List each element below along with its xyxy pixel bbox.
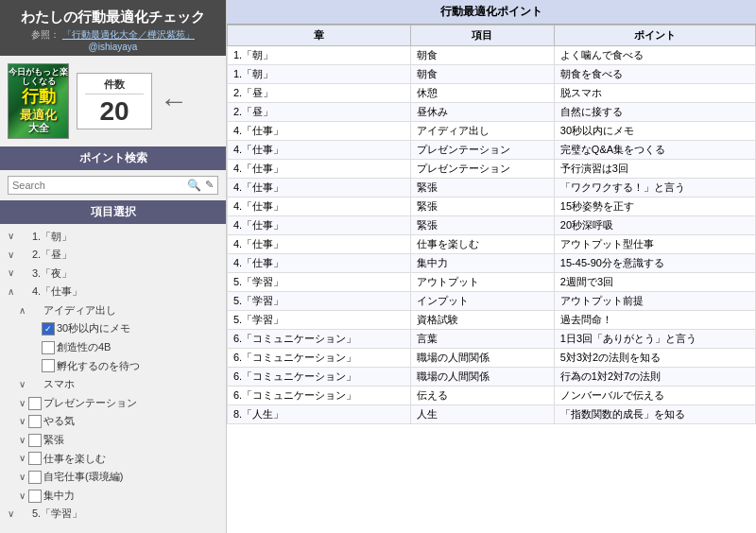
table-row[interactable]: 6.「コミュニケーション」職場の人間関係行為の1対2対7の法則 <box>228 368 756 387</box>
book-cover: 今日がもっと楽しくなる 行動 最適化 大全 <box>8 63 69 139</box>
table-row[interactable]: 4.「仕事」プレゼンテーション予行演習は3回 <box>228 160 756 179</box>
cell-chapter: 8.「人生」 <box>228 405 411 424</box>
tree-item-4f[interactable]: ∨ 仕事を楽しむ <box>0 450 226 469</box>
cell-chapter: 6.「コミュニケーション」 <box>228 330 411 349</box>
toggle-4h: ∨ <box>15 489 28 504</box>
tree-item-4c[interactable]: ∨ プレゼンテーション <box>0 394 226 413</box>
checkbox-4e[interactable] <box>28 434 42 447</box>
label-4d: やる気 <box>43 413 75 430</box>
table-header-bar: 行動最適化ポイント <box>227 0 756 25</box>
table-wrapper[interactable]: 章 項目 ポイント 1.「朝」朝食よく噛んで食べる1.「朝」朝食朝食を食べる2.… <box>227 25 756 533</box>
table-row[interactable]: 1.「朝」朝食よく噛んで食べる <box>228 46 756 65</box>
toggle-4a: ∧ <box>15 303 28 318</box>
table-row[interactable]: 4.「仕事」緊張20秒深呼吸 <box>228 216 756 235</box>
table-row[interactable]: 6.「コミュニケーション」職場の人間関係5対3対2の法則を知る <box>228 349 756 368</box>
table-row[interactable]: 5.「学習」アウトプット2週間で3回 <box>228 273 756 292</box>
label-4c: プレゼンテーション <box>43 395 137 412</box>
tree-item-4e[interactable]: ∨ 緊張 <box>0 431 226 450</box>
cell-point: 2週間で3回 <box>554 273 755 292</box>
cell-point: 完璧なQ&A集をつくる <box>554 141 755 160</box>
cell-chapter: 5.「学習」 <box>228 292 411 311</box>
cell-item: 職場の人間関係 <box>411 349 555 368</box>
cell-point: 朝食を食べる <box>554 65 755 84</box>
checkbox-4a2[interactable] <box>42 341 55 354</box>
search-box: 🔍 ✎ <box>8 176 218 195</box>
cell-item: アウトプット <box>411 273 555 292</box>
tree-item-5[interactable]: ∨ 5.「学習」 <box>0 505 226 524</box>
tree-item-4h[interactable]: ∨ 集中力 <box>0 487 226 506</box>
table-row[interactable]: 5.「学習」資格試験過去問命！ <box>228 311 756 330</box>
checkbox-4h[interactable] <box>28 490 42 503</box>
tree-item-4d[interactable]: ∨ やる気 <box>0 412 226 431</box>
back-arrow-icon[interactable]: ← <box>160 85 188 117</box>
book-overlay-text: 今日がもっと楽しくなる 行動 最適化 大全 <box>9 67 68 135</box>
table-row[interactable]: 4.「仕事」プレゼンテーション完璧なQ&A集をつくる <box>228 141 756 160</box>
right-panel: 行動最適化ポイント 章 項目 ポイント 1.「朝」朝食よく噛んで食べる1.「朝」… <box>227 0 756 533</box>
table-row[interactable]: 4.「仕事」緊張「ワクワクする！」と言う <box>228 179 756 198</box>
tree-item-3[interactable]: ∨ 3.「夜」 <box>0 265 226 284</box>
tree-item-4g[interactable]: ∨ 自宅仕事(環境編) <box>0 468 226 487</box>
table-row[interactable]: 1.「朝」朝食朝食を食べる <box>228 65 756 84</box>
cell-item: 言葉 <box>411 330 555 349</box>
toggle-2: ∨ <box>4 248 17 263</box>
count-area: 件数 20 <box>77 73 152 129</box>
col-item: 項目 <box>411 26 555 46</box>
tree-item-4a[interactable]: ∧ アイディア出し <box>0 301 226 320</box>
table-row[interactable]: 4.「仕事」アイディア出し30秒以内にメモ <box>228 122 756 141</box>
cell-item: 緊張 <box>411 216 555 235</box>
cell-chapter: 2.「昼」 <box>228 84 411 103</box>
col-point: ポイント <box>554 26 755 46</box>
cell-point: 自然に接する <box>554 103 755 122</box>
cell-item: 資格試験 <box>411 311 555 330</box>
cell-point: 1日3回「ありがとう」と言う <box>554 330 755 349</box>
cell-chapter: 5.「学習」 <box>228 273 411 292</box>
label-5: 5.「学習」 <box>32 506 82 523</box>
table-row[interactable]: 2.「昼」休憩脱スマホ <box>228 84 756 103</box>
tree-item-1[interactable]: ∨ 1.「朝」 <box>0 228 226 247</box>
tree-item-4b[interactable]: ∨ スマホ <box>0 375 226 394</box>
table-row[interactable]: 6.「コミュニケーション」伝えるノンバーバルで伝える <box>228 387 756 405</box>
twitter-handle: @ishiayaya <box>4 42 222 52</box>
toggle-4d: ∨ <box>15 414 28 429</box>
cell-point: 脱スマホ <box>554 84 755 103</box>
tree-item-4a2[interactable]: ▶ 創造性の4B <box>0 338 226 357</box>
tree-item-4a3[interactable]: ▶ 孵化するのを待つ <box>0 357 226 376</box>
edit-button[interactable]: ✎ <box>205 179 214 191</box>
tree-item-4a1[interactable]: ▶ 30秒以内にメモ <box>0 319 226 338</box>
table-row[interactable]: 5.「学習」インプットアウトプット前提 <box>228 292 756 311</box>
label-1: 1.「朝」 <box>32 229 72 246</box>
cell-item: 休憩 <box>411 84 555 103</box>
cell-item: 伝える <box>411 387 555 405</box>
search-button[interactable]: 🔍 <box>185 179 203 192</box>
book-area: 今日がもっと楽しくなる 行動 最適化 大全 件数 20 ← <box>0 56 226 146</box>
book-link[interactable]: 「行動最適化大全／樺沢紫苑」 <box>62 29 195 40</box>
count-label: 件数 <box>85 77 144 95</box>
checkbox-4c[interactable] <box>28 397 42 410</box>
checkbox-4f[interactable] <box>28 452 42 465</box>
cell-item: プレゼンテーション <box>411 160 555 179</box>
table-row[interactable]: 4.「仕事」集中力15-45-90分を意識する <box>228 254 756 273</box>
label-2: 2.「昼」 <box>32 247 72 264</box>
checkbox-4d[interactable] <box>28 415 42 428</box>
checkbox-4g[interactable] <box>28 471 42 484</box>
cell-chapter: 4.「仕事」 <box>228 216 411 235</box>
cell-chapter: 4.「仕事」 <box>228 179 411 198</box>
toggle-4c: ∨ <box>15 396 28 411</box>
tree-item-2[interactable]: ∨ 2.「昼」 <box>0 246 226 265</box>
table-row[interactable]: 6.「コミュニケーション」言葉1日3回「ありがとう」と言う <box>228 330 756 349</box>
table-row[interactable]: 4.「仕事」仕事を楽しむアウトプット型仕事 <box>228 235 756 254</box>
cell-chapter: 5.「学習」 <box>228 311 411 330</box>
search-input[interactable] <box>12 180 185 191</box>
cell-item: 朝食 <box>411 65 555 84</box>
label-4b: スマホ <box>43 376 75 393</box>
cell-chapter: 4.「仕事」 <box>228 160 411 179</box>
label-4g: 自宅仕事(環境編) <box>43 469 123 486</box>
table-row[interactable]: 4.「仕事」緊張15秒姿勢を正す <box>228 198 756 216</box>
table-row[interactable]: 8.「人生」人生「指数関数的成長」を知る <box>228 405 756 424</box>
table-row[interactable]: 2.「昼」昼休み自然に接する <box>228 103 756 122</box>
cell-point: 15秒姿勢を正す <box>554 198 755 216</box>
cell-item: インプット <box>411 292 555 311</box>
checkbox-4a3[interactable] <box>42 359 55 372</box>
tree-item-4[interactable]: ∧ 4.「仕事」 <box>0 283 226 301</box>
checkbox-4a1[interactable] <box>42 322 55 335</box>
